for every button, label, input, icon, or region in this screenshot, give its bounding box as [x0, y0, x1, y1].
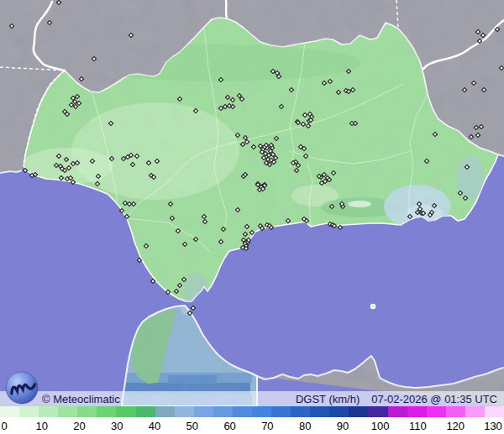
timestamp: 07-02-2026 @ 01:35 UTC [371, 393, 497, 405]
scale-segment [446, 406, 465, 417]
scale-label: 110 [409, 420, 427, 432]
attribution-bar: © Meteoclimatic DGST (km/h) 07-02-2026 @… [0, 391, 504, 406]
scale-segment [485, 406, 504, 417]
scale-segment [175, 406, 194, 417]
alboran-island [371, 305, 375, 309]
scale-label: 90 [337, 420, 349, 432]
scale-segment [310, 406, 329, 417]
scale-segment [233, 406, 252, 417]
scale-segment [427, 406, 446, 417]
scale-segment [0, 406, 19, 417]
map-canvas [0, 0, 504, 406]
wind-scale-gradient [0, 406, 504, 417]
scale-segment [97, 406, 116, 417]
scale-segment [213, 406, 233, 417]
scale-label: 30 [111, 420, 123, 432]
weather-map-screenshot: © Meteoclimatic DGST (km/h) 07-02-2026 @… [0, 0, 504, 434]
scale-segment [388, 406, 407, 417]
attribution-text: © Meteoclimatic [42, 393, 120, 405]
scale-segment [329, 406, 349, 417]
scale-label: 40 [149, 420, 160, 432]
wind-scale-labels: 0102030405060708090100110120130 [0, 417, 504, 434]
scale-segment [368, 406, 387, 417]
scale-segment [155, 406, 175, 417]
scale-segment [271, 406, 291, 417]
scale-label: 120 [446, 420, 465, 432]
scale-segment [39, 406, 58, 417]
scale-segment [116, 406, 135, 417]
scale-label: 10 [36, 420, 48, 432]
scale-label: 130 [484, 420, 502, 432]
scale-label: 60 [223, 420, 235, 432]
scale-segment [77, 406, 97, 417]
scale-label: 100 [371, 420, 390, 432]
scale-label: 80 [299, 420, 311, 432]
scale-label: 20 [73, 420, 85, 432]
scale-segment [19, 406, 39, 417]
scale-segment [349, 406, 368, 417]
scale-label: 0 [1, 420, 7, 432]
scale-segment [136, 406, 155, 417]
meteoclimatic-logo [3, 370, 40, 407]
scale-label: 50 [186, 420, 198, 432]
product-label: DGST (km/h) [296, 393, 360, 405]
scale-segment [252, 406, 271, 417]
scale-segment [465, 406, 485, 417]
scale-segment [194, 406, 213, 417]
top-river [226, 0, 227, 18]
scale-label: 70 [261, 420, 273, 432]
scale-segment [291, 406, 310, 417]
scale-segment [407, 406, 427, 417]
scale-segment [58, 406, 77, 417]
